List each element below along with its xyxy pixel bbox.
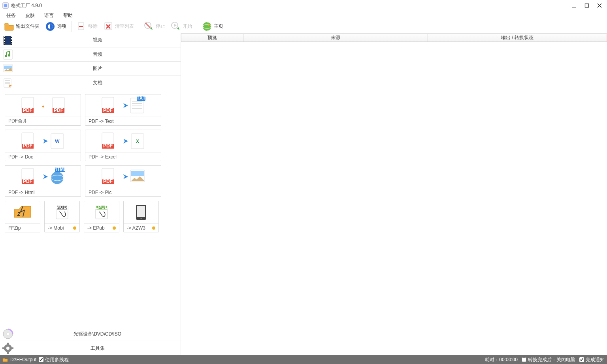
- category-video-label: 视频: [14, 37, 181, 43]
- svg-rect-29: [11, 41, 12, 42]
- category-optical[interactable]: 光驱设备\DVD\CD\ISO: [0, 327, 181, 341]
- separator: [197, 21, 197, 32]
- notify-checkbox[interactable]: 完成通知: [579, 356, 605, 363]
- category-audio[interactable]: 音频: [0, 47, 181, 62]
- column-source[interactable]: 来源: [243, 34, 428, 42]
- menu-language[interactable]: 语言: [40, 11, 58, 20]
- options-button[interactable]: 选项: [43, 21, 68, 32]
- card-pdf-html[interactable]: PDF HTML PDF -> Html: [5, 165, 81, 197]
- svg-text:X: X: [136, 139, 139, 144]
- folder-icon: [4, 21, 14, 32]
- svg-rect-31: [3, 50, 13, 59]
- close-button[interactable]: [597, 3, 602, 8]
- menu-task[interactable]: 任务: [2, 11, 20, 20]
- svg-text:PDF: PDF: [103, 108, 113, 113]
- remove-label: 移除: [88, 23, 98, 30]
- badge-dot-icon: [113, 226, 116, 230]
- svg-rect-96: [11, 347, 13, 349]
- picture-icon: [2, 62, 14, 75]
- svg-rect-28: [11, 40, 12, 40]
- column-preview[interactable]: 预览: [181, 34, 243, 42]
- pdf-text-icon: PDF TXT: [85, 94, 161, 117]
- elapsed-value: 00:00:00: [499, 357, 518, 362]
- svg-text:PDF: PDF: [23, 143, 32, 149]
- minimize-button[interactable]: [571, 3, 577, 8]
- elapsed-label: 耗时：: [485, 357, 499, 362]
- output-path[interactable]: D:\FFOutput: [10, 357, 36, 362]
- category-tools[interactable]: 工具集: [0, 341, 181, 355]
- options-label: 选项: [57, 23, 66, 30]
- svg-text:PDF: PDF: [103, 179, 113, 184]
- card-azw3[interactable]: -> AZW3: [123, 201, 159, 232]
- shutdown-after-checkbox[interactable]: 转换完成后：关闭电脑: [522, 356, 575, 363]
- shutdown-after-label: 转换完成后：关闭电脑: [528, 356, 575, 363]
- category-tools-label: 工具集: [14, 345, 181, 352]
- column-source-label: 来源: [331, 34, 340, 41]
- output-folder-button[interactable]: 输出文件夹: [2, 21, 41, 32]
- right-pane: 预览 来源 输出 / 转换状态: [181, 33, 607, 355]
- home-icon: [202, 21, 212, 32]
- titlebar: 格式工厂 4.9.0: [0, 0, 607, 11]
- card-mobi[interactable]: MOBI -> Mobi: [44, 201, 80, 232]
- document-cards-area: PDF + PDF PDF合并 PDF TXT: [0, 90, 181, 327]
- output-folder-label: 输出文件夹: [16, 23, 40, 30]
- svg-text:EPUB: EPUB: [95, 204, 108, 210]
- notify-label: 完成通知: [586, 356, 605, 363]
- mobi-icon: MOBI: [45, 201, 79, 223]
- statusbar: D:\FFOutput 使用多线程 耗时：00:00:00 转换完成后：关闭电脑…: [0, 355, 607, 364]
- svg-rect-23: [4, 40, 5, 40]
- clear-list-button[interactable]: 清空列表: [102, 21, 136, 32]
- disc-icon: [2, 328, 14, 340]
- card-ffzip[interactable]: Z FFZip: [5, 201, 40, 232]
- svg-text:+: +: [41, 104, 44, 109]
- badge-dot-icon: [73, 226, 76, 230]
- svg-point-88: [141, 218, 142, 219]
- pdf-excel-icon: PDF X: [85, 130, 161, 152]
- separator: [71, 21, 72, 32]
- card-pdf-merge-label: PDF合并: [8, 118, 27, 124]
- card-mobi-label: -> Mobi: [48, 225, 64, 231]
- card-epub-label: -> EPub: [87, 225, 105, 231]
- column-preview-label: 预览: [207, 34, 217, 41]
- card-pdf-text[interactable]: PDF TXT PDF -> Text: [85, 94, 161, 126]
- card-pdf-doc[interactable]: PDF W PDF -> Doc: [5, 130, 81, 161]
- category-picture-label: 图片: [14, 65, 181, 72]
- svg-rect-25: [4, 43, 5, 43]
- multithread-checkbox[interactable]: 使用多线程: [39, 356, 69, 363]
- task-list-body: [181, 42, 607, 355]
- menubar: 任务 皮肤 语言 帮助: [0, 11, 607, 20]
- pdf-doc-icon: PDF W: [5, 130, 81, 152]
- document-icon: [2, 77, 14, 89]
- svg-rect-87: [137, 206, 145, 217]
- category-document[interactable]: 文档: [0, 76, 181, 90]
- category-picture[interactable]: 图片: [0, 62, 181, 76]
- svg-rect-21: [4, 36, 5, 37]
- home-button[interactable]: 主页: [200, 21, 225, 32]
- svg-point-1: [4, 4, 7, 7]
- left-pane: 视频 音频 图片 文档 PDF + PDF: [0, 33, 181, 355]
- remove-button[interactable]: 移除: [75, 21, 99, 32]
- gear-icon: [2, 342, 14, 355]
- svg-point-32: [5, 55, 7, 57]
- svg-rect-26: [11, 36, 12, 37]
- card-epub[interactable]: EPUB -> EPub: [84, 201, 119, 232]
- category-video[interactable]: 视频: [0, 33, 181, 47]
- pdf-html-icon: PDF HTML: [5, 166, 81, 188]
- svg-point-90: [7, 333, 9, 335]
- ffzip-icon: Z: [5, 201, 40, 223]
- card-pdf-pic[interactable]: PDF PDF -> Pic: [85, 165, 161, 197]
- svg-rect-10: [79, 26, 83, 27]
- svg-rect-93: [7, 343, 9, 345]
- clear-list-label: 清空列表: [115, 23, 134, 30]
- menu-help[interactable]: 帮助: [59, 11, 77, 20]
- maximize-button[interactable]: [584, 3, 590, 8]
- column-status[interactable]: 输出 / 转换状态: [428, 34, 607, 42]
- svg-text:W: W: [55, 139, 60, 144]
- svg-rect-27: [11, 38, 12, 39]
- start-button[interactable]: 开始: [169, 21, 194, 32]
- card-pdf-excel[interactable]: PDF X PDF -> Excel: [85, 130, 161, 161]
- menu-skin[interactable]: 皮肤: [21, 11, 39, 20]
- stop-button[interactable]: 停止: [142, 21, 167, 32]
- card-pdf-merge[interactable]: PDF + PDF PDF合并: [5, 94, 81, 126]
- elapsed-time: 耗时：00:00:00: [485, 356, 518, 363]
